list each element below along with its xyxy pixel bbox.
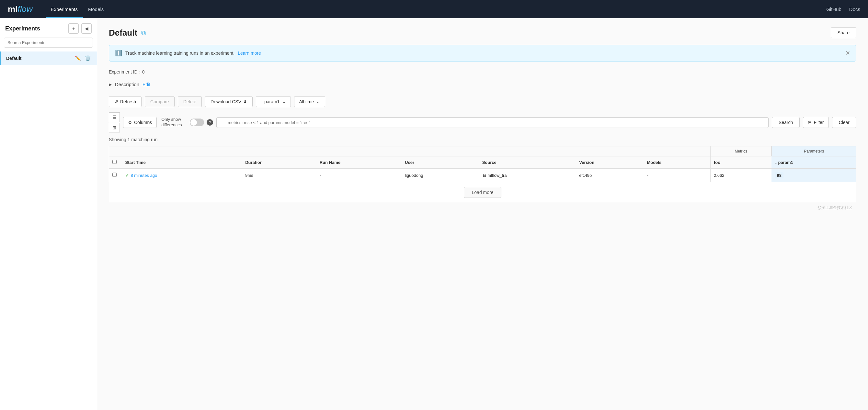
- main-content: Default ⧉ Share ℹ️ Track machine learnin…: [97, 18, 868, 410]
- load-more-row: Load more: [109, 182, 856, 202]
- gear-icon: ⚙: [128, 120, 132, 125]
- search-button[interactable]: Search: [772, 117, 800, 128]
- share-button[interactable]: Share: [831, 27, 856, 38]
- info-banner: ℹ️ Track machine learning training runs …: [109, 45, 856, 62]
- sidebar-item-default[interactable]: Default ✏️ 🗑️: [0, 52, 97, 65]
- list-view-button[interactable]: ☰: [109, 113, 120, 122]
- add-experiment-button[interactable]: +: [68, 23, 79, 34]
- info-circle-icon: ℹ️: [115, 50, 122, 57]
- group-header-models: [644, 147, 710, 156]
- group-header-metrics: Metrics: [710, 147, 772, 156]
- refresh-label: Refresh: [120, 99, 136, 104]
- param-sort-select[interactable]: ↓ param1 ⌄: [256, 96, 291, 107]
- copy-link-icon[interactable]: ⧉: [141, 29, 146, 37]
- grid-view-button[interactable]: ⊞: [109, 123, 120, 132]
- refresh-icon: ↺: [114, 99, 118, 104]
- navbar: mlflow Experiments Models GitHub Docs: [0, 0, 868, 18]
- search-bar-row: ☰ ⊞ ⚙ Columns Only show differences ? Se…: [109, 113, 856, 132]
- delete-button[interactable]: Delete: [178, 96, 202, 107]
- load-more-button[interactable]: Load more: [464, 187, 502, 198]
- nav-experiments[interactable]: Experiments: [46, 0, 83, 18]
- start-time-link[interactable]: ✔ 8 minutes ago: [125, 173, 239, 178]
- columns-button[interactable]: ⚙ Columns: [123, 117, 157, 128]
- row-run-name: -: [316, 168, 402, 182]
- search-experiments-input[interactable]: [4, 38, 93, 48]
- github-link[interactable]: GitHub: [826, 6, 841, 12]
- compare-button[interactable]: Compare: [145, 96, 175, 107]
- compare-label: Compare: [150, 99, 169, 104]
- search-experiments-wrap: [0, 38, 97, 52]
- col-header-models: Models: [644, 156, 710, 169]
- time-filter-select[interactable]: All time ⌄: [294, 96, 325, 107]
- learn-more-link[interactable]: Learn more: [238, 51, 261, 56]
- col-header-start-time[interactable]: Start Time: [122, 156, 242, 169]
- col-header-foo: foo: [710, 156, 772, 169]
- delete-experiment-icon[interactable]: 🗑️: [84, 55, 92, 62]
- delete-label: Delete: [183, 99, 196, 104]
- docs-link[interactable]: Docs: [849, 6, 860, 12]
- diff-toggle[interactable]: [190, 119, 204, 126]
- row-checkbox[interactable]: [113, 172, 117, 177]
- table-col-header-row: Start Time Duration Run Name User Source…: [109, 156, 856, 169]
- row-user: liguodong: [402, 168, 479, 182]
- sidebar: Experiments + ◀ Default ✏️ 🗑️: [0, 18, 97, 410]
- chevron-down-icon: ⌄: [282, 99, 286, 104]
- col-header-duration: Duration: [242, 156, 316, 169]
- row-checkbox-cell: [109, 168, 122, 182]
- sidebar-item-label: Default: [6, 56, 21, 61]
- sidebar-header: Experiments + ◀: [0, 18, 97, 38]
- table-body: ✔ 8 minutes ago 9ms - liguodong 🖥 mlflow…: [109, 168, 856, 182]
- page-header: Default ⧉ Share: [109, 27, 856, 38]
- group-header-duration: [242, 147, 316, 156]
- source-icon: 🖥: [482, 173, 487, 178]
- collapse-sidebar-button[interactable]: ◀: [81, 23, 92, 34]
- row-models: -: [644, 168, 710, 182]
- only-show-diff-label: Only show differences: [161, 117, 187, 128]
- col-header-checkbox: [109, 156, 122, 169]
- experiment-id: Experiment ID：0: [109, 69, 856, 75]
- chevron-down-icon-time: ⌄: [316, 99, 320, 104]
- time-filter-label: All time: [299, 99, 314, 104]
- info-banner-text: Track machine learning training runs in …: [125, 51, 235, 56]
- source-value: mlflow_tra: [488, 173, 506, 178]
- filter-button[interactable]: ⊟ Filter: [803, 117, 829, 128]
- download-csv-button[interactable]: Download CSV ⬇: [205, 96, 253, 107]
- group-header-user: [402, 147, 479, 156]
- row-foo: 2.662: [710, 168, 772, 182]
- group-header-runname: [316, 147, 402, 156]
- logo: mlflow: [8, 4, 33, 14]
- filter-input-wrap: [216, 117, 769, 128]
- row-duration: 9ms: [242, 168, 316, 182]
- group-header-checkbox: [109, 147, 242, 156]
- col-header-param1[interactable]: ↓ param1: [772, 156, 856, 169]
- col-header-user: User: [402, 156, 479, 169]
- group-header-version: [576, 147, 644, 156]
- download-csv-label: Download CSV: [211, 99, 241, 104]
- sidebar-actions: + ◀: [68, 23, 92, 34]
- edit-experiment-icon[interactable]: ✏️: [74, 55, 82, 62]
- col-header-run-name: Run Name: [316, 156, 402, 169]
- refresh-button[interactable]: ↺ Refresh: [109, 96, 142, 107]
- diff-toggle-wrap: Only show differences ?: [161, 117, 213, 128]
- nav-models[interactable]: Models: [83, 0, 109, 18]
- start-time-value: 8 minutes ago: [131, 173, 157, 178]
- clear-button[interactable]: Clear: [832, 117, 856, 128]
- logo-ml: ml: [8, 4, 18, 14]
- runs-table: Metrics Parameters Start Time Duration R…: [109, 146, 856, 182]
- param1-value: 98: [775, 172, 783, 179]
- app-layout: Experiments + ◀ Default ✏️ 🗑️ Default ⧉: [0, 18, 868, 410]
- filter-input[interactable]: [216, 117, 769, 128]
- param-sort-label: ↓ param1: [261, 99, 280, 104]
- select-all-checkbox[interactable]: [113, 160, 117, 164]
- filter-label: Filter: [814, 120, 824, 125]
- help-icon[interactable]: ?: [207, 119, 213, 126]
- view-toggle: ☰ ⊞: [109, 113, 120, 132]
- close-banner-button[interactable]: ✕: [845, 50, 850, 57]
- watermark: @掘土堰金技术社区: [109, 202, 856, 213]
- download-icon: ⬇: [243, 99, 247, 104]
- row-version: efc49b: [576, 168, 644, 182]
- col-header-source: Source: [479, 156, 576, 169]
- edit-description-link[interactable]: Edit: [143, 82, 150, 87]
- group-header-parameters: Parameters: [772, 147, 856, 156]
- page-title: Default: [109, 28, 137, 38]
